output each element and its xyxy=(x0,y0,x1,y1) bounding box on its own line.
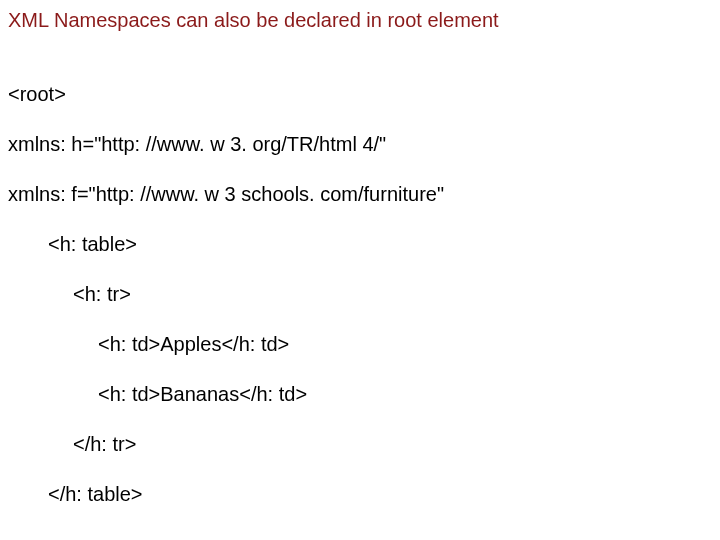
code-line: </h: table> xyxy=(8,482,712,507)
slide-heading: XML Namespaces can also be declared in r… xyxy=(8,8,712,33)
code-line: xmlns: h="http: //www. w 3. org/TR/html … xyxy=(8,132,712,157)
code-line: xmlns: f="http: //www. w 3 schools. com/… xyxy=(8,182,712,207)
blank-line xyxy=(8,532,712,540)
code-line: <h: td>Bananas</h: td> xyxy=(8,382,712,407)
code-line: </h: tr> xyxy=(8,432,712,457)
code-line: <h: tr> xyxy=(8,282,712,307)
code-line: <h: table> xyxy=(8,232,712,257)
code-line: <root> xyxy=(8,82,712,107)
code-block: <root> xmlns: h="http: //www. w 3. org/T… xyxy=(8,57,712,540)
code-line: <h: td>Apples</h: td> xyxy=(8,332,712,357)
